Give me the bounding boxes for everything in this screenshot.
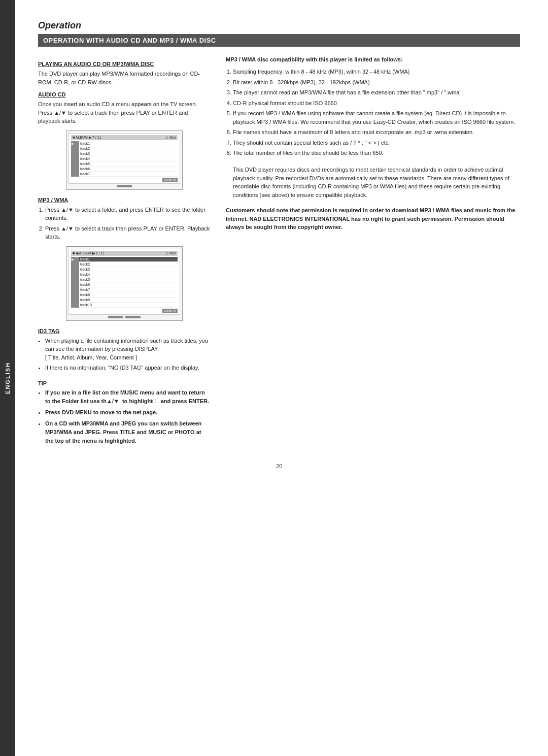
- section-title: Operation: [38, 20, 520, 31]
- screen-row: track4: [79, 272, 178, 277]
- screen-row: track10: [79, 303, 178, 308]
- compatibility-list: Sampling frequency: within 8 - 48 kHz (M…: [226, 68, 520, 199]
- tip-bullet-2: Press DVD MENU to move to the net page.: [45, 408, 211, 417]
- id3-bullet-list: When playing a file containing informati…: [38, 337, 211, 372]
- sidebar: ENGLISH: [0, 0, 15, 756]
- compat-item-1: Sampling frequency: within 8 - 48 kHz (M…: [233, 68, 520, 76]
- sidebar-label: ENGLISH: [5, 362, 11, 394]
- right-column: MP3 / WMA disc compatibility with this p…: [226, 56, 520, 448]
- compat-item-8: The total number of files on the disc sh…: [233, 149, 520, 199]
- screen-row: track3: [79, 267, 178, 272]
- screen-row: track6: [79, 282, 178, 287]
- compat-item-6: File names should have a maximum of 8 le…: [233, 128, 520, 137]
- mp3-step-2: Press ▲/▼ to select a track then press P…: [45, 224, 211, 241]
- left-column: PLAYING AN AUDIO CD OR MP3/WMA DISC The …: [38, 56, 211, 448]
- screen-row: track2: [79, 262, 178, 267]
- tip-bullet-list: If you are in a file list on the MUSIC m…: [38, 388, 211, 445]
- tip-bullet-1: If you are in a file list on the MUSIC m…: [45, 388, 211, 406]
- screen-row: track9: [79, 298, 178, 303]
- mp3-screen: ■ ◀ ALBUM ▶ 1 / 11 ▷ Noo ▶ track1 track2…: [66, 246, 183, 321]
- mp3-clear-all-btn: Clear All: [162, 309, 178, 313]
- tip-bullet-3: On a CD with MP3/WMA and JPEG you can sw…: [45, 419, 211, 445]
- playing-body: The DVD player can play MP3/WMA formatte…: [38, 70, 211, 86]
- screen-row: track4: [79, 156, 178, 161]
- compat-item-3: The player cannot read an MP3/WMA file t…: [233, 88, 520, 97]
- screen-row: track3: [79, 151, 178, 156]
- audio-cd-heading: AUDIO CD: [38, 91, 211, 97]
- audio-cd-body: Once you insert an audio CD a menu appea…: [38, 100, 211, 125]
- screen-bottom-bar: [68, 185, 180, 187]
- audio-cd-screen-inner: ■ ALBUM ▶ 7 / 11 ▷ Noo ▶ track1 track2 t…: [68, 133, 180, 184]
- main-content: Operation OPERATION WITH AUDIO CD AND MP…: [15, 0, 548, 756]
- screen-row: track1: [79, 141, 178, 146]
- screen-row: track7: [79, 287, 178, 292]
- screen-indicator-1: [108, 316, 123, 318]
- screen-row: track6: [79, 167, 178, 172]
- mp3-screen-inner: ■ ◀ ALBUM ▶ 1 / 11 ▷ Noo ▶ track1 track2…: [68, 249, 180, 315]
- compat-item-7: They should not contain special letters …: [233, 139, 520, 147]
- page-number: 20: [38, 463, 520, 469]
- compat-item-2: Bit rate: within 8 - 320kbps (MP3), 32 -…: [233, 78, 520, 87]
- screen-row: track5: [79, 161, 178, 167]
- compat-item-5: If you record MP3 / WMA files using soft…: [233, 109, 520, 126]
- right-col-intro: MP3 / WMA disc compatibility with this p…: [226, 56, 520, 63]
- id3-heading: ID3 TAG: [38, 328, 211, 334]
- id3-bullet-1: When playing a file containing informati…: [45, 337, 211, 362]
- screen-row: track7: [79, 172, 178, 177]
- section-header-bar: OPERATION WITH AUDIO CD AND MP3 / WMA DI…: [38, 34, 520, 47]
- mp3-wma-steps: Press ▲/▼ to select a folder, and press …: [38, 206, 211, 241]
- clear-all-btn: Clear All: [162, 178, 178, 182]
- mp3-screen-header-right: ▷ Noo: [166, 251, 176, 255]
- screen-row: track2: [79, 146, 178, 151]
- mp3-screen-header-left: ■ ◀ ALBUM ▶ 1 / 11: [73, 251, 105, 255]
- note-block: Customers should note that permission is…: [226, 206, 520, 232]
- screen-row: track5: [79, 277, 178, 282]
- screen-header-left: ■ ALBUM ▶ 7 / 11: [73, 136, 101, 140]
- page-container: ENGLISH Operation OPERATION WITH AUDIO C…: [0, 0, 548, 756]
- tip-label: TIP: [38, 380, 211, 386]
- screen-row: track8: [79, 292, 178, 298]
- mp3-step-1: Press ▲/▼ to select a folder, and press …: [45, 206, 211, 222]
- id3-bullet-2: If there is no information, "NO ID3 TAG"…: [45, 364, 211, 372]
- two-col-layout: PLAYING AN AUDIO CD OR MP3/WMA DISC The …: [38, 56, 520, 448]
- playing-heading: PLAYING AN AUDIO CD OR MP3/WMA DISC: [38, 61, 211, 67]
- audio-cd-screen: ■ ALBUM ▶ 7 / 11 ▷ Noo ▶ track1 track2 t…: [66, 130, 183, 190]
- screen-indicator: [117, 185, 132, 187]
- screen-indicator-2: [125, 316, 141, 318]
- mp3-screen-bottom-bar: [68, 316, 180, 318]
- tip-section: TIP If you are in a file list on the MUS…: [38, 380, 211, 445]
- screen-row-selected: track1: [79, 257, 178, 262]
- screen-header-right: ▷ Noo: [166, 136, 176, 140]
- mp3-wma-heading: MP3 / WMA: [38, 197, 211, 203]
- compat-item-4: CD-R physical format should be ISO 9660: [233, 99, 520, 108]
